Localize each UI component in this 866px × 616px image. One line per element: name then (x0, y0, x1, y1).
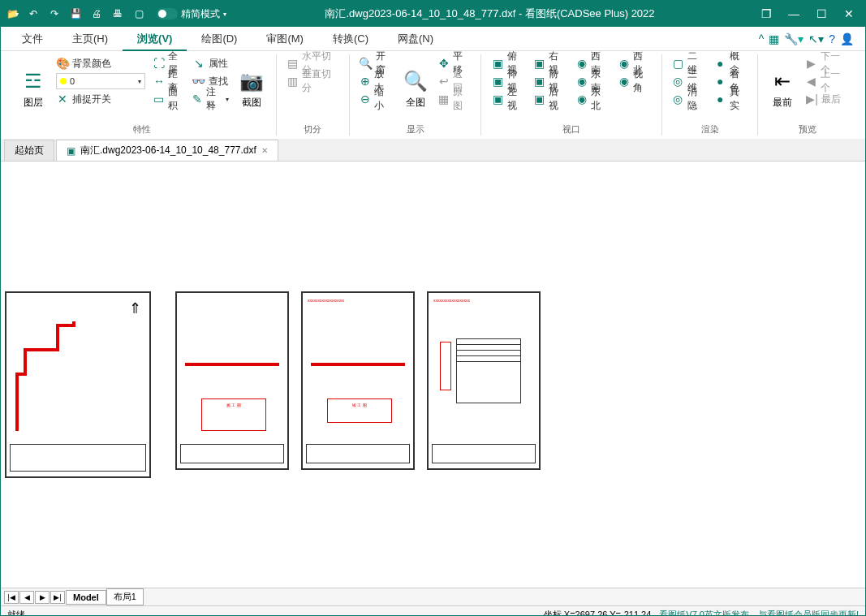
ribbon-group-render: ▢二维 ◎三维 ◎消隐 ●概念 ●着色 ●真实 渲染 (662, 54, 759, 136)
tab-cloud[interactable]: 网盘(N) (383, 27, 448, 51)
status-ready: 就绪 (7, 609, 25, 616)
zoom-out-button[interactable]: ⊖缩小 (356, 90, 396, 108)
wrench-icon[interactable]: 🔧▾ (784, 32, 804, 45)
annotate-button[interactable]: ✎注释▾ (189, 90, 232, 108)
area-button[interactable]: ▭面积 (150, 90, 187, 108)
tab-draw[interactable]: 绘图(D) (187, 27, 252, 51)
original-button[interactable]: ▦原图 (435, 90, 475, 108)
next-icon: ▶ (805, 57, 817, 70)
properties-button[interactable]: ↘属性 (189, 54, 232, 72)
3d-icon: ◎ (672, 75, 684, 88)
print-button[interactable]: 🖨 (88, 6, 105, 22)
left-view-button[interactable]: ▣左视 (488, 90, 528, 108)
rear-view-button[interactable]: ▣后视 (530, 90, 571, 108)
close-button[interactable]: ✕ (836, 4, 862, 24)
ribbon: ☲ 图层 🎨背景颜色 0▾ ✕捕捉开关 ⛶全屏 ↔距离 ▭面积 ↘属性 👓查找 … (1, 51, 865, 139)
compass-icon: ◉ (575, 75, 588, 88)
doctab-start[interactable]: 起始页 (4, 140, 54, 161)
sphere-icon: ● (714, 93, 726, 106)
sheet-nav-next[interactable]: ▶ (35, 591, 50, 604)
back-icon: ↩ (438, 75, 450, 88)
compact-mode-toggle[interactable]: 精简模式 ▾ (157, 7, 226, 21)
zoom-extents-icon: 🔍 (403, 68, 429, 94)
snap-icon: ✕ (56, 93, 69, 106)
bg-color-button[interactable]: 🎨背景颜色 (53, 54, 149, 72)
hsplit-icon: ▤ (287, 57, 299, 70)
document-tabs: 起始页 ▣ 南汇.dwg2023-06-14_10_10_48_777.dxf … (1, 139, 865, 162)
compass-icon: ◉ (575, 93, 588, 106)
preview-button[interactable]: ▢ (131, 6, 147, 22)
menu-tabs: 文件 主页(H) 浏览(V) 绘图(D) 审图(M) 转换(C) 网盘(N) ^… (1, 27, 865, 51)
sheet-tab-model[interactable]: Model (66, 590, 106, 605)
save-button[interactable]: 💾 (67, 6, 84, 22)
tab-view[interactable]: 浏览(V) (123, 27, 187, 51)
first-page-button[interactable]: ⇤ 最前 (765, 54, 800, 123)
group-label-split: 切分 (277, 123, 349, 136)
cube-icon: ▣ (491, 93, 503, 106)
redo-button[interactable]: ↷ (46, 6, 62, 22)
tab-convert[interactable]: 转换(C) (318, 27, 383, 51)
collapse-ribbon-icon[interactable]: ^ (759, 32, 765, 45)
group-label-props: 特性 (9, 123, 276, 136)
export-button[interactable]: 🖶 (110, 6, 126, 22)
tab-review[interactable]: 审图(M) (252, 27, 318, 51)
drawing-path (13, 317, 86, 431)
layer-button[interactable]: ☲ 图层 (15, 54, 51, 123)
panel-icon[interactable]: ▦ (769, 32, 779, 45)
quick-access-toolbar: 📁▾ ↶ ↷ 💾 🖨 🖶 ▢ (4, 6, 147, 22)
last-page-button[interactable]: ▶|最后 (802, 90, 851, 108)
angle-icon: ◉ (618, 75, 630, 88)
minimize-button[interactable]: — (781, 4, 807, 24)
angle-view-button[interactable]: ◉视角 (614, 72, 655, 90)
tab-home[interactable]: 主页(H) (58, 27, 123, 51)
cube-icon: ▣ (533, 75, 545, 88)
vsplit-button[interactable]: ▥垂直切分 (283, 72, 343, 90)
cursor-icon[interactable]: ↖▾ (808, 32, 824, 45)
drawing-sheet-2: 施 工 图 (175, 291, 289, 470)
doctab-file-label: 南汇.dwg2023-06-14_10_10_48_777.dxf (80, 144, 256, 157)
snap-toggle-button[interactable]: ✕捕捉开关 (53, 90, 149, 108)
sheet-nav-last[interactable]: ▶| (50, 591, 65, 604)
layer-icon: ☲ (20, 68, 46, 94)
sheet-nav-prev[interactable]: ◀ (19, 591, 34, 604)
first-icon: ⇤ (769, 68, 795, 94)
drawing-canvas[interactable]: ⇑ 施 工 图 xxxxxxxxxxxxxxxxxx 竣 工 图 xxxxxxx… (1, 162, 865, 588)
drawing-sheet-1: ⇑ (5, 291, 151, 478)
zoom-extents-button[interactable]: 🔍 全图 (398, 54, 433, 123)
vsplit-icon: ▥ (287, 75, 299, 88)
doctab-file[interactable]: ▣ 南汇.dwg2023-06-14_10_10_48_777.dxf ✕ (56, 140, 278, 161)
zoom-in-icon: ⊕ (360, 75, 372, 88)
restore-down-button[interactable]: ❐ (753, 4, 779, 24)
promo-link[interactable]: 看图纸V7.0英文版发布，与看图纸会员版同步更新! (659, 609, 859, 616)
titlebar: 📁▾ ↶ ↷ 💾 🖨 🖶 ▢ 精简模式 ▾ 南汇.dwg2023-06-14_1… (1, 1, 865, 27)
sheet-nav-first[interactable]: |◀ (4, 591, 19, 604)
tab-file[interactable]: 文件 (7, 27, 58, 51)
2d-icon: ▢ (672, 57, 684, 70)
ne-view-button[interactable]: ◉东北 (572, 90, 613, 108)
group-label-viewport: 视口 (481, 123, 661, 136)
open-file-button[interactable]: 📁▾ (4, 6, 20, 22)
menu-right-tools: ^ ▦ 🔧▾ ↖▾ ? 👤 (759, 32, 859, 45)
layer-select[interactable]: 0▾ (53, 72, 149, 90)
prev-page-button[interactable]: ◀上一个 (802, 72, 851, 90)
maximize-button[interactable]: ☐ (808, 4, 834, 24)
hide-button[interactable]: ◎消隐 (669, 90, 709, 108)
real-button[interactable]: ●真实 (711, 90, 752, 108)
sheet-tab-layout1[interactable]: 布局1 (106, 588, 144, 605)
sphere-icon: ● (714, 57, 726, 70)
group-label-render: 渲染 (662, 123, 758, 136)
north-arrow-icon: ⇑ (129, 299, 141, 317)
close-doctab-icon[interactable]: ✕ (261, 146, 268, 155)
list-icon: ↘ (192, 57, 205, 70)
sphere-icon: ● (714, 75, 726, 88)
group-label-preview: 预览 (758, 123, 857, 136)
ribbon-group-display: 🔍开窗 ⊕放大 ⊖缩小 🔍 全图 ✥平移 ↩返回 ▦原图 显示 (350, 54, 482, 136)
user-icon[interactable]: 👤 (840, 32, 854, 45)
prev-icon: ◀ (805, 75, 817, 88)
window-title: 南汇.dwg2023-06-14_10_10_48_777.dxf - 看图纸(… (226, 6, 753, 21)
compass-icon: ◉ (575, 57, 588, 70)
undo-button[interactable]: ↶ (25, 6, 41, 22)
group-label-display: 显示 (350, 123, 481, 136)
help-icon[interactable]: ? (829, 32, 835, 45)
screenshot-button[interactable]: 📷 截图 (234, 54, 269, 123)
